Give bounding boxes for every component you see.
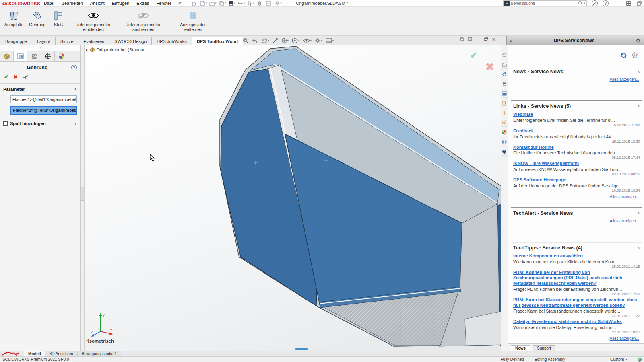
home-icon[interactable] [190,0,198,6]
undo-caret[interactable]: ▾ [244,2,245,5]
section-view-icon[interactable]: ▾ [260,37,270,44]
doc-cascade-icon[interactable] [460,37,464,42]
tab-dps-toolbox-wood[interactable]: DPS ToolBox Wood [192,37,243,46]
viewport-layout-caret[interactable]: ▾ [332,39,334,42]
spalt-expand-icon[interactable]: ∨ [74,121,77,125]
stoss-button[interactable]: Stoß [49,9,68,28]
anzeigestatus-entfernen-button[interactable]: Anzeigestatus entfernen [169,9,217,33]
doc-close-icon[interactable]: ✕ [492,37,495,42]
parameter-section-header[interactable]: Parameter ∧ [0,84,80,94]
doc-minimize-icon[interactable]: — [476,37,480,42]
refgeo-einblenden-button[interactable]: Referenzgeometrie einblenden [69,9,118,33]
news-collapse-icon[interactable]: ∧ [637,70,640,74]
item-title-link[interactable]: PDM: Können bei der Erstellung von Zeich… [513,270,640,286]
panel-splitter[interactable] [80,45,85,351]
menu-datei[interactable]: Datei [40,0,58,7]
pm-help-icon[interactable]: ? [71,65,77,70]
item-title-link[interactable]: iKNOW - Ihre Wissensplattform [513,161,640,167]
tile-windows-icon[interactable] [625,0,633,6]
servicenews-globe-icon[interactable] [501,148,508,156]
tab-skizze[interactable]: Skizze [55,37,78,45]
tab-layout[interactable]: Layout [32,37,56,45]
swood-tools-icon[interactable] [501,109,508,117]
display-style-icon[interactable]: ▾ [291,37,301,44]
menu-einfuegen[interactable]: Einfügen [108,0,133,7]
spalt-checkbox[interactable] [3,121,8,126]
web-globe-icon[interactable] [501,138,508,146]
tab-baugruppe[interactable]: Baugruppe [0,37,32,45]
hide-show-caret[interactable]: ▾ [310,39,312,42]
techtipps-show-all-link[interactable]: Alles anzeigen... [610,336,639,341]
display-manager-tab[interactable] [55,51,68,61]
face-selection-1[interactable]: Fläche<1>@Teil1^Origamimoebel-1 [10,95,77,103]
pane-tab-support[interactable]: Support [533,345,555,351]
refgeo-ausblenden-button[interactable]: Referenzgeometrie ausblenden [119,9,167,33]
techalert-collapse-icon[interactable]: ∧ [637,211,640,215]
tree-expand-icon[interactable]: ▸ [86,48,88,52]
splitter-handle[interactable] [81,187,84,201]
confirm-cancel-icon[interactable]: ✖ [485,61,494,73]
techtipps-collapse-icon[interactable]: ∧ [637,246,640,250]
pin-menu-icon[interactable] [175,0,184,6]
feature-manager-tab[interactable] [0,51,14,61]
new-document-caret[interactable]: ▾ [206,2,207,5]
doc-tile-icon[interactable] [468,37,472,42]
rebuild-icon[interactable] [255,0,264,6]
feature-tree-root[interactable]: ▸ Origamimoebel (Standar... [86,47,148,52]
pm-ok-button[interactable]: ✔ [4,74,9,80]
custom-properties-icon[interactable] [501,99,508,107]
pm-pin-icon[interactable] [23,74,29,80]
doc-restore-icon[interactable] [484,37,488,42]
tab-evaluieren[interactable]: Evaluieren [78,37,109,45]
display-style-caret[interactable]: ▾ [298,39,300,42]
techalert-show-all-link[interactable]: Alles anzeigen... [610,219,639,223]
doc-tab-3d-ansichten[interactable]: 3D Ansichten [45,351,78,356]
links-show-all-link[interactable]: Alles anzeigen... [610,195,639,199]
item-title-link[interactable]: Interne Komponenten auswählen [513,253,640,259]
minimize-icon[interactable]: — [614,0,622,6]
news-show-all-link[interactable]: Alles anzeigen... [610,77,639,82]
pane-gear-icon[interactable]: ⚙ [632,38,644,44]
menu-bearbeiten[interactable]: Bearbeiten [58,0,87,7]
links-collapse-icon[interactable]: ∧ [637,104,640,108]
dimxpert-manager-tab[interactable] [41,51,55,61]
file-explorer-refresh-icon[interactable] [501,70,508,78]
status-config-caret[interactable]: ▾ [625,358,627,361]
options-caret[interactable]: ▾ [280,2,282,5]
status-config-selector[interactable]: Custom ▾ [610,357,627,362]
account-icon[interactable] [592,0,598,6]
search-caret[interactable]: ▾ [584,2,585,5]
confirm-ok-icon[interactable]: ✔ [470,50,477,61]
refresh-icon[interactable] [620,52,627,59]
doc-tab-bewegungsstudie[interactable]: Bewegungsstudie 1 [78,351,121,356]
open-document-caret[interactable]: ▾ [215,2,217,5]
menu-fenster[interactable]: Fenster [153,0,175,7]
tab-dps-jobworks[interactable]: DPS JobWorks [151,37,192,45]
forum-icon[interactable] [501,119,508,127]
pane-collapse-icon[interactable]: » [507,38,516,43]
print-caret[interactable]: ▾ [234,2,235,5]
select-cursor-caret[interactable]: ▾ [253,2,254,5]
pane-settings-gear-icon[interactable]: ⚙ [631,51,638,59]
search-input[interactable] [511,1,578,6]
pane-tab-news[interactable]: News [511,345,530,351]
feature-tree-root-label[interactable]: Origamimoebel (Standar... [97,47,148,52]
viewport-layout-icon[interactable]: ▾ [325,38,335,43]
tab-swood-design[interactable]: SWOOD Design [109,37,152,45]
search-icon[interactable] [578,1,583,6]
status-globe-icon[interactable] [638,358,642,362]
item-title-link[interactable]: PDM: Kann bei Statusänderungen eingestel… [513,297,640,309]
view-settings-caret[interactable]: ▾ [321,39,322,42]
hide-show-items-icon[interactable]: ▾ [302,38,313,43]
pm-flyout-dot[interactable] [39,47,41,49]
command-search[interactable]: » ▾ [503,0,587,6]
item-title-link[interactable]: Kontakt zur Hotline [513,145,640,150]
pm-cancel-button[interactable]: ✖ [14,74,18,80]
menu-extras[interactable]: Extras [133,0,153,7]
design-library-icon[interactable] [501,61,508,69]
appearance-caret[interactable]: ▾ [287,39,289,42]
spalt-checkbox-row[interactable]: Spalt hinzufügen ∨ [0,117,80,130]
item-title-link[interactable]: Webinare [513,112,640,117]
browser-ball-icon[interactable] [501,128,508,136]
item-title-link[interactable]: Dateityp Erweiterung sieht man nicht in … [513,319,640,325]
